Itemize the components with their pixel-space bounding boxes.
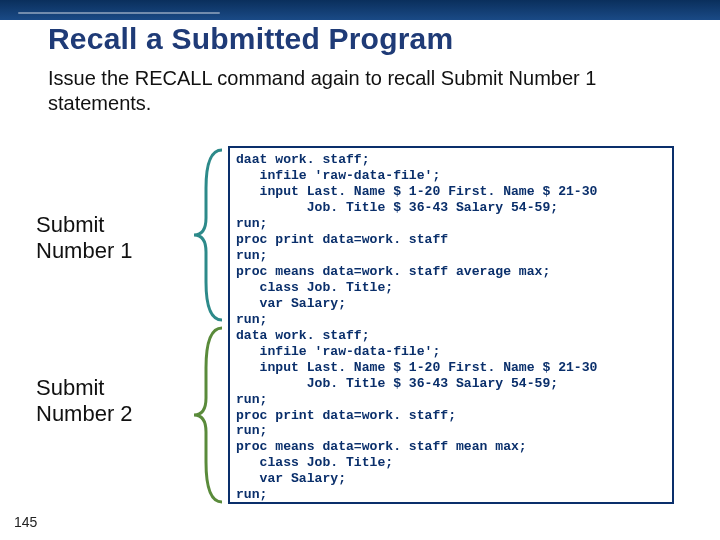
brace-submit-1 [192, 148, 228, 322]
label-submit-1: SubmitNumber 1 [36, 212, 201, 265]
brace-submit-2 [192, 326, 228, 504]
code-block: daat work. staff; infile 'raw-data-file'… [228, 146, 674, 504]
slide-body-text: Issue the RECALL command again to recall… [48, 66, 680, 116]
header-band [0, 0, 720, 20]
label-submit-2: SubmitNumber 2 [36, 375, 201, 428]
slide-title: Recall a Submitted Program [48, 22, 453, 56]
page-number: 145 [14, 514, 37, 530]
side-labels: SubmitNumber 1 SubmitNumber 2 [36, 212, 201, 428]
